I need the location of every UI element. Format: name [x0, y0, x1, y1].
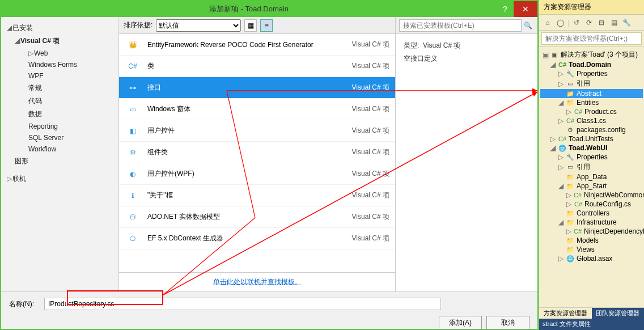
cancel-button[interactable]: 取消	[486, 316, 529, 329]
sidebar-reporting[interactable]: Reporting	[1, 121, 118, 132]
template-item-7[interactable]: ℹ "关于"框 Visual C# 项	[119, 185, 395, 206]
showall-icon[interactable]: ▤	[609, 18, 619, 28]
solution-node-21[interactable]: 📁 Views	[540, 245, 643, 254]
solution-search[interactable]	[541, 32, 642, 45]
solution-node-8[interactable]: ⚙ packages.config	[540, 125, 643, 134]
tab-solution-explorer[interactable]: 方案资源管理器	[539, 308, 592, 319]
sort-label: 排序依据:	[124, 20, 152, 30]
properties-icon[interactable]: 🔧	[621, 18, 632, 28]
folder-icon: 📁	[566, 237, 574, 244]
help-button[interactable]: ?	[497, 5, 514, 14]
template-label: 组件类	[147, 147, 320, 157]
solution-node-16[interactable]: ▷ C# RouteConfig.cs	[540, 200, 643, 209]
caret-icon: ▣	[543, 51, 548, 59]
detail-pane: 🔍 类型: Visual C# 项 空接口定义	[396, 17, 537, 291]
solution-explorer: 方案资源管理器 ⌂ ◯ | ↺ ⟳ ⊟ ▤ 🔧 ▣ ▣ 解决方案'Toad' (…	[539, 0, 644, 330]
solution-node-label: Class1.cs	[577, 117, 606, 125]
sidebar: ◢已安装 ◢Visual C# 项 ▷Web Windows Forms WPF…	[1, 17, 119, 291]
template-label: 用户控件	[147, 126, 320, 136]
cs-icon: C#	[574, 228, 582, 235]
solution-node-18[interactable]: ◢ 📁 Infrastructure	[540, 218, 643, 227]
sync-icon[interactable]: ↺	[571, 18, 582, 28]
search-icon[interactable]: 🔍	[522, 22, 534, 29]
sidebar-general[interactable]: 常规	[1, 82, 118, 95]
detail-type-value: Visual C# 项	[423, 41, 460, 49]
solution-node-label: Entities	[577, 99, 599, 107]
solution-node-4[interactable]: 📁 Abstract	[540, 89, 643, 98]
solution-node-10[interactable]: ◢ 🌐 Toad.WebUI	[540, 143, 643, 153]
template-label: EF 5.x DbContext 生成器	[147, 234, 320, 243]
back-icon[interactable]: ◯	[555, 18, 565, 28]
solution-node-11[interactable]: ▷ 🔧 Properties	[540, 153, 643, 162]
solution-node-label: Toad.UnitTests	[569, 135, 613, 143]
sln-icon: ▣	[550, 51, 558, 58]
solution-node-9[interactable]: ▷ C# Toad.UnitTests	[540, 134, 643, 143]
solution-node-19[interactable]: ▷ C# NinjectDependencyR	[540, 227, 643, 236]
refresh-icon[interactable]: ⟳	[584, 18, 594, 28]
template-item-0[interactable]: 👑 EntityFramework Reverse POCO Code Firs…	[119, 34, 395, 56]
sidebar-installed[interactable]: ◢已安装	[1, 22, 118, 35]
solution-node-12[interactable]: ▷ ▭ 引用	[540, 162, 643, 172]
sidebar-shape[interactable]: 图形	[1, 155, 118, 168]
template-item-9[interactable]: ⎔ EF 5.x DbContext 生成器 Visual C# 项	[119, 228, 395, 249]
sidebar-sql[interactable]: SQL Server	[1, 132, 118, 143]
sidebar-online[interactable]: ▷联机	[1, 172, 118, 185]
solution-tree: ▣ ▣ 解决方案'Toad' (3 个项目)◢ C# Toad.Domain▷ …	[539, 47, 644, 307]
solution-node-label: RouteConfig.cs	[584, 200, 631, 208]
name-input[interactable]	[44, 298, 441, 310]
template-item-4[interactable]: ◧ 用户控件 Visual C# 项	[119, 120, 395, 142]
template-item-8[interactable]: ⛁ ADO.NET 实体数据模型 Visual C# 项	[119, 206, 395, 228]
tab-team-explorer[interactable]: 团队资源管理器	[592, 308, 645, 319]
template-item-3[interactable]: ▭ Windows 窗体 Visual C# 项	[119, 99, 395, 120]
sidebar-web[interactable]: ▷Web	[1, 48, 118, 59]
sidebar-csharp[interactable]: ◢Visual C# 项	[1, 35, 118, 48]
wrench-icon: 🔧	[566, 154, 574, 161]
template-item-6[interactable]: ◐ 用户控件(WPF) Visual C# 项	[119, 163, 395, 185]
ref-icon: ▭	[566, 163, 574, 171]
sort-select[interactable]: 默认值	[156, 19, 241, 32]
solution-node-2[interactable]: ▷ 🔧 Properties	[540, 69, 643, 78]
search-row: 🔍	[396, 17, 537, 34]
home-icon[interactable]: ⌂	[543, 18, 553, 28]
sidebar-workflow[interactable]: Workflow	[1, 143, 118, 155]
solution-node-22[interactable]: ▷ 🌐 Global.asax	[540, 254, 643, 263]
view-small-icon[interactable]: ▦	[244, 19, 257, 32]
solution-node-13[interactable]: 📁 App_Data	[540, 172, 643, 181]
template-item-2[interactable]: ⊶ 接口 Visual C# 项	[119, 77, 395, 99]
sidebar-data[interactable]: 数据	[1, 108, 118, 121]
add-button[interactable]: 添加(A)	[439, 316, 482, 329]
solution-node-17[interactable]: 📁 Controllers	[540, 209, 643, 218]
solution-node-7[interactable]: ▷ C# Class1.cs	[540, 116, 643, 125]
view-list-icon[interactable]: ≡	[260, 19, 273, 32]
solution-node-0[interactable]: ▣ ▣ 解决方案'Toad' (3 个项目)	[540, 49, 643, 60]
collapse-icon[interactable]: ⊟	[596, 18, 607, 28]
caret-icon: ◢	[558, 218, 564, 226]
detail-description: 空接口定义	[404, 54, 529, 64]
solution-node-6[interactable]: ▷ C# Product.cs	[540, 107, 643, 116]
template-item-1[interactable]: C# 类 Visual C# 项	[119, 56, 395, 77]
solution-node-20[interactable]: 📁 Models	[540, 236, 643, 245]
search-input[interactable]	[399, 19, 522, 32]
online-templates-link[interactable]: 单击此处以联机并查找模板。	[213, 278, 302, 286]
sidebar-wpf[interactable]: WPF	[1, 70, 118, 82]
sidebar-winforms[interactable]: Windows Forms	[1, 59, 118, 70]
caret-icon: ▷	[558, 70, 564, 78]
solution-node-5[interactable]: ◢ 📁 Entities	[540, 98, 643, 107]
solution-node-label: 解决方案'Toad' (3 个项目)	[561, 50, 638, 60]
solution-node-14[interactable]: ◢ 📁 App_Start	[540, 181, 643, 191]
solution-node-3[interactable]: ▷ ▭ 引用	[540, 78, 643, 89]
template-item-5[interactable]: ⚙ 组件类 Visual C# 项	[119, 142, 395, 163]
template-label: 类	[147, 61, 320, 71]
solution-node-15[interactable]: ▷ C# NinjectWebCommon	[540, 191, 643, 200]
solution-node-label: Views	[577, 246, 595, 253]
solution-node-label: Abstract	[577, 90, 601, 98]
sidebar-code[interactable]: 代码	[1, 95, 118, 108]
close-button[interactable]: ✕	[514, 1, 537, 17]
solution-node-label: packages.config	[577, 126, 626, 134]
caret-icon: ▷	[566, 200, 572, 208]
solution-node-1[interactable]: ◢ C# Toad.Domain	[540, 60, 643, 69]
solution-node-label: Controllers	[577, 209, 609, 217]
caret-icon: ◢	[558, 182, 564, 190]
cs-icon: C#	[574, 201, 582, 208]
form-icon: ▭	[125, 101, 141, 117]
